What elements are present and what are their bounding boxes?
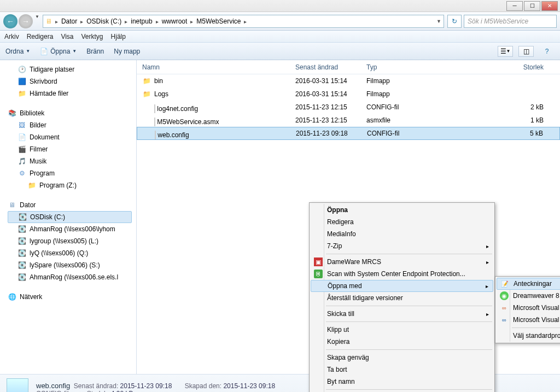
red-icon: ▣	[314, 258, 323, 266]
sidebar-item-pictures[interactable]: 🖼Bilder	[8, 119, 132, 131]
context-item[interactable]: Öppna med▸	[311, 280, 493, 292]
context-item[interactable]: Redigera	[311, 216, 493, 228]
sidebar-item-netdrive[interactable]: 💽lySpare (\\lsexs006) (S:)	[8, 259, 132, 271]
breadcrumb-dropdown[interactable]: ▼	[436, 19, 441, 24]
preview-pane-button[interactable]: ◫	[518, 46, 534, 57]
refresh-button[interactable]: ↻	[447, 15, 462, 28]
help-button[interactable]: ?	[539, 46, 555, 57]
dw-icon: ◉	[500, 291, 509, 300]
submenu-arrow-icon: ▸	[486, 243, 489, 249]
context-sub-item[interactable]: ∞Microsoft Visual Studio 2005 Tools for …	[497, 302, 560, 314]
sidebar-item-programz[interactable]: 📁Program (Z:)	[8, 179, 132, 191]
sidebar-computer[interactable]: 🖥Dator	[8, 199, 132, 211]
file-row[interactable]: log4net.config2015-11-23 12:15CONFIG-fil…	[137, 101, 560, 114]
sidebar-item-osdisk[interactable]: 💽OSDisk (C:)	[8, 211, 132, 223]
file-row[interactable]: 📁bin2016-03-31 15:14Filmapp	[137, 74, 560, 87]
file-icon	[142, 102, 151, 111]
col-date[interactable]: Senast ändrad	[290, 63, 361, 71]
menu-help[interactable]: Hjälp	[111, 33, 126, 40]
newfolder-button[interactable]: Ny mapp	[114, 48, 140, 55]
history-dropdown[interactable]: ▼	[35, 14, 39, 28]
file-row[interactable]: 📁Logs2016-03-31 15:14Filmapp	[137, 87, 560, 101]
col-name[interactable]: Namn	[137, 63, 290, 71]
details-created-val: 2015-11-23 09:18	[223, 382, 275, 390]
sidebar-item-music[interactable]: 🎵Musik	[8, 155, 132, 167]
file-row[interactable]: web.config2015-11-23 09:18CONFIG-fil5 kB	[137, 127, 560, 140]
menu-view[interactable]: Visa	[61, 33, 73, 40]
open-button[interactable]: 📄Öppna▼	[40, 48, 77, 55]
sidebar-item-documents[interactable]: 📄Dokument	[8, 131, 132, 143]
details-filetype: CONFIG-fil	[36, 390, 68, 393]
breadcrumb-item[interactable]: wwwroot	[160, 17, 190, 25]
search-input[interactable]: Sök i M5WebService	[464, 15, 557, 28]
context-sub-item[interactable]: ∞Microsoft Visual Studio 2010	[497, 314, 560, 326]
sidebar-libraries[interactable]: 📚Bibliotek	[8, 107, 132, 119]
burn-button[interactable]: Bränn	[86, 48, 104, 55]
col-size[interactable]: Storlek	[448, 63, 560, 71]
submenu-arrow-icon: ▸	[486, 259, 489, 265]
context-sub-item[interactable]: 📝Anteckningar	[497, 278, 560, 290]
context-item[interactable]: 7-Zip▸	[311, 240, 493, 252]
menu-tools[interactable]: Verktyg	[81, 33, 103, 40]
sidebar-item-programs[interactable]: ⚙Program	[8, 167, 132, 179]
breadcrumb-item[interactable]: OSDisk (C:)	[84, 17, 124, 25]
maximize-button[interactable]: ☐	[524, 1, 540, 11]
sidebar-item-netdrive[interactable]: 💽AhmanRog (\\lsexs006\lyhom	[8, 223, 132, 235]
network-icon: 🌐	[8, 292, 16, 301]
vs2-icon: ∞	[500, 315, 509, 324]
file-row[interactable]: M5WebService.asmx2015-11-23 12:15asmxfil…	[137, 114, 560, 127]
vs1-icon: ∞	[500, 303, 509, 312]
details-size-val: 4,90 kB	[111, 390, 133, 393]
menubar: Arkiv Redigera Visa Verktyg Hjälp	[0, 31, 560, 43]
context-item[interactable]: ▣DameWare MRCS▸	[311, 256, 493, 268]
breadcrumb[interactable]: 🖥 Dator OSDisk (C:) inetpub wwwroot M5We…	[43, 15, 444, 28]
details-filename: web.config	[36, 382, 70, 390]
sidebar-item-recent[interactable]: 🕑Tidigare platser	[8, 63, 132, 75]
organize-button[interactable]: Ordna▼	[5, 48, 30, 55]
green-icon: ⛨	[314, 270, 323, 278]
menu-file[interactable]: Arkiv	[4, 33, 19, 40]
back-button[interactable]: ←	[3, 14, 18, 28]
sidebar-item-netdrive[interactable]: 💽AhmanRog (\\lsexs006.se.els.l	[8, 271, 132, 283]
folder-icon: 📁	[27, 181, 36, 190]
forward-button[interactable]: →	[19, 14, 33, 28]
context-item[interactable]: Skapa genväg	[311, 352, 493, 364]
context-item[interactable]: Klipp ut	[311, 324, 493, 336]
sidebar-item-downloads[interactable]: 📁Hämtade filer	[8, 87, 132, 100]
details-mod-val: 2015-11-23 09:18	[120, 382, 172, 390]
file-icon	[154, 118, 155, 126]
view-mode-button[interactable]: ☰ ▼	[498, 46, 513, 57]
context-item[interactable]: MediaInfo	[311, 228, 493, 240]
context-sub-item[interactable]: ◉Dreamweaver 8	[497, 290, 560, 302]
menu-edit[interactable]: Redigera	[27, 33, 54, 40]
context-item[interactable]: Ta bort	[311, 364, 493, 376]
sidebar-item-netdrive[interactable]: 💽lyQ (\\lsexs006) (Q:)	[8, 247, 132, 259]
context-item[interactable]: Öppna	[311, 204, 493, 216]
context-item[interactable]: Kopiera	[311, 336, 493, 348]
breadcrumb-item[interactable]: Dator	[59, 17, 79, 25]
minimize-button[interactable]: ─	[506, 1, 523, 11]
videos-icon: 🎬	[18, 145, 26, 154]
context-sub-item[interactable]: Välj standardprogram...	[497, 330, 560, 342]
desktop-icon: 🟦	[18, 77, 26, 86]
context-submenu-openwith: 📝Anteckningar◉Dreamweaver 8∞Microsoft Vi…	[495, 276, 560, 343]
sidebar-network[interactable]: 🌐Nätverk	[8, 291, 132, 303]
documents-icon: 📄	[18, 133, 26, 142]
breadcrumb-item[interactable]: M5WebService	[194, 17, 243, 25]
context-item[interactable]: Skicka till▸	[311, 308, 493, 320]
folder-icon: 📁	[142, 77, 151, 85]
sidebar-item-videos[interactable]: 🎬Filmer	[8, 143, 132, 155]
col-type[interactable]: Typ	[361, 63, 448, 71]
netdrive-icon: 💽	[18, 225, 26, 233]
sidebar-item-netdrive[interactable]: 💽lygroup (\\lsexs005) (L:)	[8, 235, 132, 247]
sidebar-item-desktop[interactable]: 🟦Skrivbord	[8, 75, 132, 87]
context-item[interactable]: ⛨Scan with System Center Endpoint Protec…	[311, 268, 493, 280]
close-button[interactable]: ✕	[541, 1, 558, 11]
file-icon	[142, 115, 151, 124]
netdrive-icon: 💽	[18, 261, 26, 270]
context-item[interactable]: Byt namn	[311, 376, 493, 388]
pictures-icon: 🖼	[18, 121, 26, 130]
music-icon: 🎵	[18, 157, 26, 166]
context-item[interactable]: Återställ tidigare versioner	[311, 292, 493, 304]
breadcrumb-item[interactable]: inetpub	[129, 17, 154, 25]
